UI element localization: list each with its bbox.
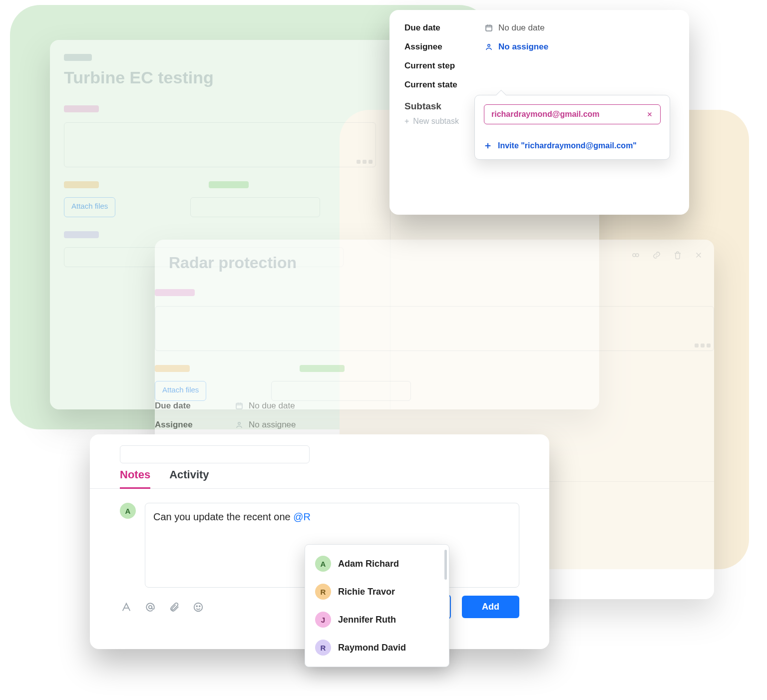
current-step-label: Current step: [404, 61, 484, 71]
field-placeholder[interactable]: [120, 445, 310, 463]
attach-icon[interactable]: [168, 601, 181, 614]
mention-token: @R: [293, 511, 311, 522]
tag-placeholder: [300, 365, 345, 372]
field-placeholder[interactable]: [190, 197, 320, 217]
tag-placeholder: [155, 289, 195, 296]
tab-notes[interactable]: Notes: [120, 468, 150, 481]
svg-rect-4: [486, 25, 492, 31]
calendar-icon: [484, 23, 493, 32]
scrollbar[interactable]: [444, 550, 447, 580]
tag-placeholder: [155, 365, 190, 372]
attach-files-button[interactable]: Attach files: [155, 381, 206, 401]
svg-point-3: [238, 422, 241, 425]
text-format-icon[interactable]: [120, 601, 133, 614]
avatar: R: [315, 584, 331, 600]
mention-name: Richie Travor: [338, 587, 395, 597]
svg-point-6: [149, 605, 152, 608]
person-icon: [235, 420, 244, 429]
due-date-label: Due date: [155, 401, 235, 411]
avatar: R: [315, 640, 331, 656]
watch-icon[interactable]: [631, 251, 640, 260]
tag-placeholder: [209, 181, 249, 188]
calendar-icon: [235, 401, 244, 410]
avatar: A: [315, 556, 331, 572]
avatar: A: [120, 503, 136, 519]
person-icon: [484, 42, 493, 51]
emoji-icon[interactable]: [192, 601, 205, 614]
mention-name: Jennifer Ruth: [338, 615, 396, 625]
svg-point-9: [199, 606, 200, 607]
trash-icon[interactable]: [673, 251, 682, 260]
add-button[interactable]: Add: [462, 596, 519, 618]
close-icon[interactable]: [694, 251, 703, 260]
tag-placeholder: [64, 181, 99, 188]
svg-point-7: [194, 603, 203, 611]
assignee-label: Assignee: [155, 420, 235, 430]
tab-activity[interactable]: Activity: [169, 468, 209, 481]
attach-files-button[interactable]: Attach files: [64, 197, 115, 217]
due-date-label: Due date: [404, 23, 484, 33]
assignee-value[interactable]: No assignee: [484, 42, 548, 52]
mention-option[interactable]: JJennifer Ruth: [305, 606, 449, 634]
mention-name: Adam Richard: [338, 559, 399, 569]
link-icon[interactable]: [652, 251, 661, 260]
mention-option[interactable]: RRaymond David: [305, 634, 449, 662]
assignee-email-value: richardraymond@gmail.com: [491, 110, 600, 119]
mention-icon[interactable]: [144, 601, 157, 614]
note-text: Can you update the recent one: [153, 511, 293, 522]
due-date-value[interactable]: No due date: [235, 401, 295, 411]
svg-rect-2: [236, 403, 242, 409]
svg-point-8: [196, 606, 197, 607]
mention-dropdown: AAdam RichardRRichie TravorJJennifer Rut…: [305, 544, 449, 667]
avatar: J: [315, 612, 331, 628]
mention-name: Raymond David: [338, 643, 406, 653]
plus-icon: [484, 142, 492, 150]
clear-email-icon[interactable]: [646, 111, 653, 118]
mention-option[interactable]: RRichie Travor: [305, 578, 449, 606]
assignee-popover: richardraymond@gmail.com Invite "richard…: [474, 95, 670, 160]
tag-placeholder: [64, 105, 99, 112]
field-placeholder[interactable]: [271, 381, 411, 401]
assignee-email-input[interactable]: richardraymond@gmail.com: [484, 104, 661, 124]
due-date-value[interactable]: No due date: [484, 23, 545, 33]
tag-placeholder: [64, 231, 99, 238]
invite-button[interactable]: Invite "richardraymond@gmail.com": [484, 141, 661, 150]
current-state-label: Current state: [404, 80, 484, 90]
breadcrumb-placeholder: [64, 54, 92, 61]
assignee-panel: Due date No due date Assignee No assigne…: [389, 10, 689, 215]
description-input[interactable]: [64, 122, 376, 167]
assignee-value[interactable]: No assignee: [235, 420, 296, 430]
svg-point-1: [636, 254, 639, 257]
description-input[interactable]: [155, 306, 714, 351]
mention-option[interactable]: AAdam Richard: [305, 550, 449, 578]
assignee-label: Assignee: [404, 42, 484, 52]
svg-point-5: [488, 44, 490, 47]
svg-point-0: [633, 254, 636, 257]
